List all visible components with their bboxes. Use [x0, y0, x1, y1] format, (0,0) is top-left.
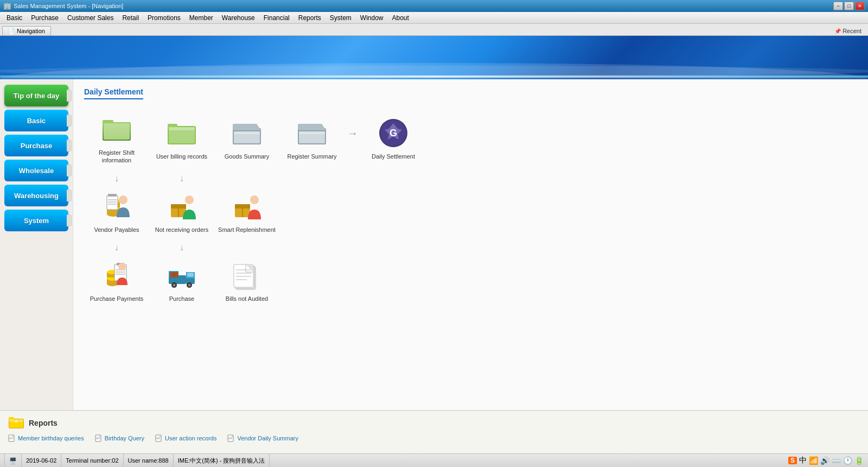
menu-customer-sales[interactable]: Customer Sales: [63, 13, 118, 23]
report-doc-icon-4: [227, 434, 235, 442]
status-keyboard-icon: ⌨️: [832, 456, 841, 465]
status-ime: IME:中文(简体) - 搜狗拼音输入法: [174, 454, 270, 467]
content-panel: Daily Settlement: [73, 79, 868, 410]
menu-member[interactable]: Member: [185, 13, 218, 23]
close-button[interactable]: ✕: [855, 2, 865, 10]
svg-point-27: [119, 195, 127, 204]
svg-point-52: [118, 263, 126, 270]
sidebar: Tip of the day Basic Purchase Wholesale …: [0, 79, 73, 410]
icon-purchase-label: Purchase: [169, 295, 194, 302]
settlement-icon: G: [377, 117, 410, 149]
icon-vendor-payables-label: Vendor Payables: [94, 226, 139, 234]
flow-row-1: Register Shift information User billing …: [84, 108, 857, 170]
tab-bar: 📄 Navigation 📌 Recent: [0, 24, 868, 36]
icon-smart-replenishment[interactable]: Smart Replenishment: [214, 185, 279, 239]
bills-not-audited-icon: [231, 259, 263, 292]
menu-basic[interactable]: Basic: [2, 13, 27, 23]
icon-daily-settlement-label: Daily Settlement: [372, 153, 415, 160]
down-arrows-row-2: ↓ ↓: [84, 242, 857, 254]
reports-links: Member birthday queries Birthday Query U…: [8, 434, 860, 442]
menu-about[interactable]: About: [388, 13, 413, 23]
icon-register-shift[interactable]: Register Shift information: [84, 108, 149, 170]
icon-user-billing-label: User billing records: [156, 153, 207, 160]
svg-rect-28: [107, 195, 118, 210]
svg-point-61: [188, 283, 191, 286]
reports-header: Reports: [8, 414, 860, 431]
icon-purchase-payments[interactable]: Purchase Payments: [84, 254, 149, 308]
menu-window[interactable]: Window: [356, 13, 388, 23]
down-arrows-row: ↓ ↓: [84, 173, 857, 185]
svg-rect-57: [187, 273, 194, 277]
icon-register-summary[interactable]: Register Summary: [279, 111, 344, 166]
section-title-daily-settlement: Daily Settlement: [84, 87, 143, 99]
folder-teal-icon: [231, 117, 263, 149]
banner: [0, 36, 868, 79]
report-doc-icon-1: [8, 434, 16, 442]
icon-purchase-payments-label: Purchase Payments: [90, 295, 143, 302]
icon-bills-not-audited[interactable]: Bills not Audited: [214, 254, 279, 308]
svg-rect-8: [169, 127, 195, 130]
report-birthday-query[interactable]: Birthday Query: [95, 434, 144, 442]
title-bar-controls: − □ ✕: [833, 2, 865, 10]
icon-purchase[interactable]: Purchase: [149, 254, 214, 308]
menu-bar: Basic Purchase Customer Sales Retail Pro…: [0, 12, 868, 24]
title-bar: 🏢 Sales Management System - [Navigation]…: [0, 0, 868, 12]
recent-button[interactable]: 📌 Recent: [830, 27, 866, 35]
banner-line: [0, 75, 868, 78]
menu-financial[interactable]: Financial: [259, 13, 294, 23]
status-clock-icon: 🕐: [843, 456, 852, 465]
sidebar-system[interactable]: System: [4, 210, 68, 231]
status-audio-icon: 🔊: [820, 456, 829, 465]
down-arrow-2: ↓: [149, 174, 214, 184]
menu-system[interactable]: System: [326, 13, 356, 23]
menu-reports[interactable]: Reports: [294, 13, 326, 23]
menu-promotions[interactable]: Promotions: [143, 13, 185, 23]
flow-row-3: Purchase Payments: [84, 254, 857, 308]
sidebar-basic[interactable]: Basic: [4, 110, 68, 131]
icon-goods-summary-label: Goods Summary: [225, 153, 270, 160]
report-member-birthday[interactable]: Member birthday queries: [8, 434, 84, 442]
purchase-payments-icon: [100, 259, 133, 292]
reports-title: Reports: [29, 419, 58, 427]
sidebar-purchase[interactable]: Purchase: [4, 135, 68, 156]
sidebar-wholesale[interactable]: Wholesale: [4, 160, 68, 181]
svg-point-59: [173, 283, 176, 286]
icon-goods-summary[interactable]: Goods Summary: [214, 111, 279, 166]
tab-navigation[interactable]: 📄 Navigation: [2, 26, 51, 35]
flow-arrow: →: [344, 127, 361, 140]
app-title: Sales Management System - [Navigation]: [14, 3, 123, 9]
report-user-action[interactable]: User action records: [155, 434, 216, 442]
icon-not-receiving-label: Not receiving orders: [155, 226, 208, 234]
menu-retail[interactable]: Retail: [118, 13, 143, 23]
icon-bills-not-audited-label: Bills not Audited: [226, 295, 268, 302]
purchase-truck-icon: [165, 259, 198, 292]
status-bar: 🖥️ 2019-06-02 Terminal number:02 User na…: [0, 453, 868, 467]
not-receiving-icon: [165, 190, 198, 223]
down-arrow-1: ↓: [84, 174, 149, 184]
svg-rect-29: [108, 194, 117, 197]
reports-section: Reports Member birthday queries Birthday…: [0, 410, 868, 453]
status-lang-icon: 中: [799, 456, 807, 465]
flow-row-2: Vendor Payables Not receiving orders: [84, 185, 857, 239]
sidebar-tip-of-day[interactable]: Tip of the day: [4, 85, 68, 106]
sidebar-warehousing[interactable]: Warehousing: [4, 185, 68, 206]
icon-daily-settlement[interactable]: G Daily Settlement: [361, 111, 426, 166]
icon-user-billing[interactable]: User billing records: [149, 111, 214, 166]
icon-not-receiving[interactable]: Not receiving orders: [149, 185, 214, 239]
svg-rect-4: [104, 123, 130, 140]
folder-teal-icon-2: [296, 117, 328, 149]
menu-warehouse[interactable]: Warehouse: [218, 13, 259, 23]
svg-rect-16: [299, 131, 325, 134]
vendor-payables-icon: [100, 190, 133, 223]
folder-green-icon: [100, 113, 133, 146]
svg-point-36: [185, 195, 194, 204]
report-vendor-daily[interactable]: Vendor Daily Summary: [227, 434, 298, 442]
maximize-button[interactable]: □: [844, 2, 854, 10]
menu-purchase[interactable]: Purchase: [27, 13, 63, 23]
icon-vendor-payables[interactable]: Vendor Payables: [84, 185, 149, 239]
status-icons: S 中 📶 🔊 ⌨️ 🕐 🔋: [788, 456, 864, 465]
status-network-icon: 📶: [809, 456, 818, 465]
report-doc-icon-3: [155, 434, 163, 442]
minimize-button[interactable]: −: [833, 2, 843, 10]
status-terminal: Terminal number:02: [61, 454, 123, 467]
